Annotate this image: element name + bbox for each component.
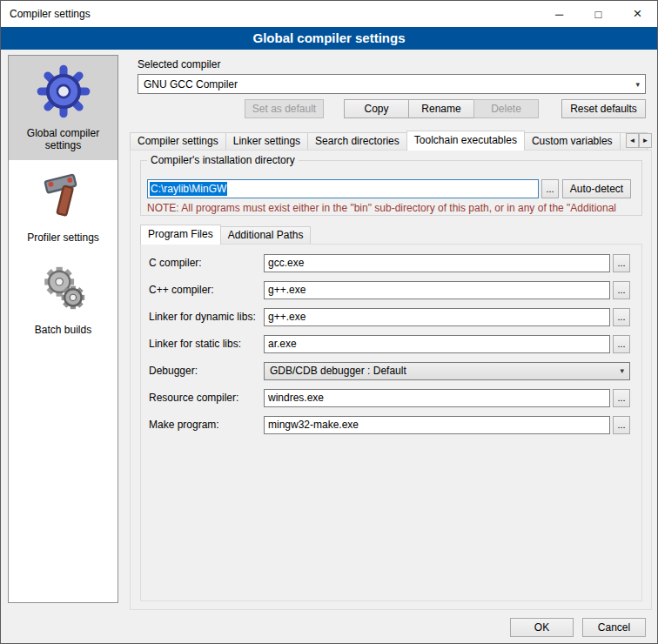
sidebar-item-label: Profiler settings — [10, 231, 116, 244]
bin-subdirectory-note: NOTE: All programs must exist either in … — [147, 202, 639, 215]
make-program-row: Make program: ... — [149, 415, 630, 434]
close-button[interactable]: × — [618, 1, 657, 27]
sub-tabstrip: Program Files Additional Paths — [140, 225, 642, 245]
installation-directory-value: C:\raylib\MinGW — [150, 182, 227, 196]
debugger-value: GDB/CDB debugger : Default — [270, 365, 406, 377]
tab-custom-variables[interactable]: Custom variables — [524, 132, 621, 150]
sidebar-item-profiler-settings[interactable]: Profiler settings — [9, 160, 118, 252]
sidebar-item-global-compiler-settings[interactable]: Global compiler settings — [9, 56, 118, 160]
resource-compiler-row: Resource compiler: ... — [149, 388, 630, 407]
static-linker-label: Linker for static libs: — [149, 338, 264, 350]
cpp-compiler-row: C++ compiler: ... — [149, 280, 630, 299]
tab-linker-settings[interactable]: Linker settings — [225, 132, 308, 150]
selected-compiler-select[interactable]: GNU GCC Compiler ▾ — [138, 74, 646, 94]
blue-gear-icon — [10, 63, 116, 120]
installation-directory-input[interactable]: C:\raylib\MinGW — [147, 179, 539, 198]
reset-defaults-button[interactable]: Reset defaults — [561, 99, 646, 118]
tab-toolchain-executables[interactable]: Toolchain executables — [406, 131, 525, 151]
tab-additional-paths[interactable]: Additional Paths — [220, 226, 312, 244]
auto-detect-button[interactable]: Auto-detect — [562, 179, 631, 198]
debugger-row: Debugger: GDB/CDB debugger : Default ▾ — [149, 361, 630, 380]
rename-button[interactable]: Rename — [408, 99, 474, 118]
ok-button[interactable]: OK — [510, 618, 574, 637]
c-compiler-input[interactable] — [264, 254, 610, 272]
settings-category-list: Global compiler settings Profiler settin… — [8, 55, 118, 603]
make-program-input[interactable] — [264, 416, 610, 434]
dynamic-linker-label: Linker for dynamic libs: — [149, 311, 264, 323]
dynamic-linker-input[interactable] — [264, 308, 610, 326]
installation-directory-browse-button[interactable]: ... — [541, 179, 559, 198]
make-program-label: Make program: — [149, 419, 264, 431]
cpp-compiler-browse-button[interactable]: ... — [613, 281, 630, 299]
c-compiler-browse-button[interactable]: ... — [613, 254, 630, 272]
delete-button[interactable]: Delete — [473, 99, 539, 118]
selected-compiler-value: GNU GCC Compiler — [144, 78, 238, 91]
tab-search-directories[interactable]: Search directories — [307, 132, 407, 150]
c-compiler-label: C compiler: — [149, 257, 264, 269]
static-linker-browse-button[interactable]: ... — [613, 335, 630, 353]
make-program-browse-button[interactable]: ... — [613, 416, 630, 434]
main-tabstrip: Compiler settings Linker settings Search… — [130, 131, 652, 151]
resource-compiler-input[interactable] — [264, 389, 610, 407]
tab-scroll-right-button[interactable]: ► — [639, 133, 652, 148]
debugger-label: Debugger: — [149, 365, 264, 377]
gray-gears-icon — [10, 259, 116, 317]
caption-buttons: ─ □ × — [540, 1, 657, 27]
chevron-down-icon: ▾ — [630, 80, 640, 89]
dialog-header: Global compiler settings — [1, 27, 657, 50]
sidebar-item-label: Batch builds — [10, 324, 116, 336]
cancel-button[interactable]: Cancel — [582, 618, 646, 637]
chevron-down-icon: ▾ — [614, 366, 624, 375]
minimize-button[interactable]: ─ — [540, 1, 579, 27]
maximize-button[interactable]: □ — [579, 1, 618, 27]
selected-compiler-label: Selected compiler — [138, 58, 220, 70]
installation-directory-group-label: Compiler's installation directory — [147, 154, 299, 166]
copy-button[interactable]: Copy — [344, 99, 409, 118]
cpp-compiler-input[interactable] — [264, 281, 610, 299]
static-linker-input[interactable] — [264, 335, 610, 353]
profiler-tool-icon — [10, 167, 116, 225]
c-compiler-row: C compiler: ... — [149, 253, 630, 272]
window-title: Compiler settings — [1, 8, 91, 20]
tab-scroll-left-button[interactable]: ◄ — [626, 133, 639, 148]
resource-compiler-browse-button[interactable]: ... — [613, 389, 630, 407]
debugger-select[interactable]: GDB/CDB debugger : Default ▾ — [264, 362, 630, 380]
cpp-compiler-label: C++ compiler: — [149, 284, 264, 296]
tab-program-files[interactable]: Program Files — [140, 225, 221, 245]
static-linker-row: Linker for static libs: ... — [149, 334, 630, 353]
sidebar-item-label: Global compiler settings — [10, 127, 116, 151]
tab-compiler-settings[interactable]: Compiler settings — [130, 132, 226, 150]
compiler-settings-window: Compiler settings ─ □ × Global compiler … — [0, 0, 658, 644]
tab-scroll-arrows: ◄ ► — [626, 133, 652, 148]
titlebar: Compiler settings ─ □ × — [1, 1, 657, 27]
dynamic-linker-browse-button[interactable]: ... — [613, 308, 630, 326]
set-as-default-button[interactable]: Set as default — [245, 99, 324, 118]
dynamic-linker-row: Linker for dynamic libs: ... — [149, 307, 630, 326]
sidebar-item-batch-builds[interactable]: Batch builds — [9, 252, 118, 345]
resource-compiler-label: Resource compiler: — [149, 392, 264, 404]
